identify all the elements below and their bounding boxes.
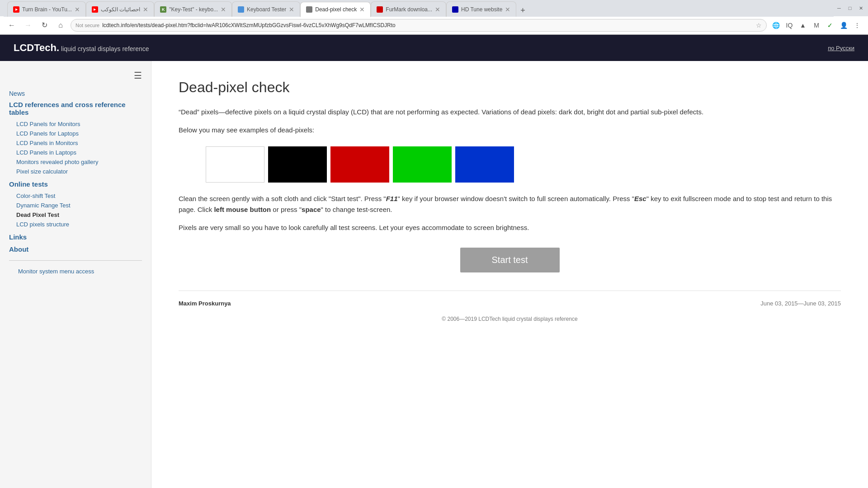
- key-space: space: [302, 206, 321, 213]
- browser-icons: 🌐 IQ ▲ M ✓ 👤 ⋮: [770, 20, 863, 31]
- extension-icon-1[interactable]: 🌐: [770, 20, 781, 31]
- sidebar-item-links[interactable]: Links: [9, 233, 142, 241]
- address-bar: ← → ↻ ⌂ Not secure lcdtech.info/en/tests…: [0, 16, 868, 34]
- tab-label: احصائيات الكوكب: [101, 6, 140, 13]
- color-samples: [206, 146, 841, 183]
- sidebar-section-online-tests[interactable]: Online tests: [9, 180, 142, 188]
- sidebar-item-dead-pixel[interactable]: Dead Pixel Test: [16, 211, 142, 218]
- sidebar-item-lcd-structure[interactable]: LCD pixels structure: [16, 221, 142, 228]
- secure-label: Not secure: [75, 23, 99, 28]
- page-body: ☰ News LCD references and cross referenc…: [0, 61, 868, 488]
- sidebar-bottom: Monitor system menu access: [9, 268, 142, 275]
- tab-label: Keyboard Tester: [247, 6, 286, 13]
- site-logo: LCDTech.liquid crystal displays referenc…: [14, 42, 149, 54]
- extension-icon-5[interactable]: ✓: [825, 20, 835, 31]
- tab-close-icon[interactable]: ✕: [75, 6, 80, 13]
- minimize-button[interactable]: ─: [835, 5, 843, 12]
- date-range: June 03, 2015—June 03, 2015: [760, 300, 841, 307]
- sidebar-item-monitor-menu[interactable]: Monitor system menu access: [18, 268, 133, 275]
- sidebar: ☰ News LCD references and cross referenc…: [0, 61, 151, 488]
- instructions-text: Clean the screen gently with a soft clot…: [179, 193, 841, 215]
- footer-divider: [179, 291, 841, 291]
- sidebar-sublist-tests: Color-shift Test Dynamic Range Test Dead…: [9, 192, 142, 228]
- sidebar-section-lcd-references[interactable]: LCD references and cross reference table…: [9, 101, 142, 116]
- settings-icon[interactable]: ⋮: [852, 20, 863, 31]
- forward-button[interactable]: →: [22, 19, 34, 32]
- sidebar-item-news[interactable]: News: [9, 90, 142, 97]
- tab-keytest[interactable]: K "Key-Test" - keybo... ✕: [154, 1, 232, 17]
- tab-close-icon[interactable]: ✕: [505, 6, 510, 13]
- tab-youtube2[interactable]: ▶ احصائيات الكوكب ✕: [86, 1, 154, 17]
- sidebar-item-color-shift[interactable]: Color-shift Test: [16, 192, 142, 199]
- sidebar-item-lcd-laptops[interactable]: LCD Panels for Laptops: [16, 130, 142, 137]
- sidebar-divider: [9, 260, 142, 261]
- language-link[interactable]: по Русски: [828, 45, 854, 52]
- color-sample-blue: [455, 146, 514, 183]
- extension-icon-3[interactable]: ▲: [797, 20, 808, 31]
- tab-close-icon[interactable]: ✕: [435, 6, 440, 13]
- extension-icon-2[interactable]: IQ: [784, 20, 795, 31]
- title-bar: ▶ Turn Brain - YouTu... ✕ ▶ احصائيات الك…: [0, 0, 868, 16]
- tab-label: "Key-Test" - keybo...: [169, 6, 218, 13]
- sidebar-item-about[interactable]: About: [9, 245, 142, 253]
- footer-info: Maxim Proskurnya June 03, 2015—June 03, …: [179, 300, 841, 307]
- color-sample-black: [268, 146, 327, 183]
- address-text: lcdtech.info/en/tests/dead-pixel.htm?fbc…: [102, 22, 753, 28]
- key-f11: F11: [386, 195, 398, 202]
- key-esc: Esc: [634, 195, 646, 202]
- sidebar-item-lcd-in-laptops[interactable]: LCD Panels in Laptops: [16, 149, 142, 156]
- sidebar-nav: News LCD references and cross reference …: [0, 90, 151, 275]
- reload-button[interactable]: ↻: [38, 19, 51, 32]
- sidebar-item-lcd-monitors[interactable]: LCD Panels for Monitors: [16, 121, 142, 127]
- link-left-mouse: left mouse button: [214, 206, 271, 213]
- extension-icon-6[interactable]: 👤: [838, 20, 849, 31]
- tab-close-icon[interactable]: ✕: [143, 6, 148, 13]
- color-sample-white: [206, 146, 264, 183]
- window-controls: ─ □ ✕: [835, 5, 864, 12]
- description-paragraph1: “Dead” pixels—defective pixels on a liqu…: [179, 107, 841, 117]
- tab-label: Turn Brain - YouTu...: [22, 6, 72, 13]
- description-paragraph2: Below you may see examples of dead-pixel…: [179, 125, 841, 136]
- tab-keyboard-tester[interactable]: Keyboard Tester ✕: [232, 1, 300, 17]
- tab-furmark[interactable]: FurMark downloa... ✕: [371, 1, 446, 17]
- address-field[interactable]: Not secure lcdtech.info/en/tests/dead-pi…: [71, 19, 767, 32]
- bookmark-icon[interactable]: ☆: [756, 22, 762, 29]
- tab-dead-pixel[interactable]: Dead-pixel check ✕: [300, 2, 371, 17]
- tab-hdtune[interactable]: HD Tune website ✕: [446, 1, 516, 17]
- tab-label-active: Dead-pixel check: [315, 6, 357, 13]
- close-button[interactable]: ✕: [857, 5, 864, 12]
- menu-icon[interactable]: ☰: [134, 70, 142, 81]
- sidebar-header: ☰: [0, 70, 151, 90]
- sidebar-sublist-lcd: LCD Panels for Monitors LCD Panels for L…: [9, 121, 142, 175]
- color-sample-red: [330, 146, 389, 183]
- tab-label: FurMark downloa...: [386, 6, 432, 13]
- logo-tagline-text: liquid crystal displays reference: [61, 45, 149, 52]
- back-button[interactable]: ←: [5, 19, 18, 32]
- tab-youtube1[interactable]: ▶ Turn Brain - YouTu... ✕: [7, 1, 86, 17]
- browser-chrome: ▶ Turn Brain - YouTu... ✕ ▶ احصائيات الك…: [0, 0, 868, 35]
- color-sample-green: [393, 146, 452, 183]
- tab-bar: ▶ Turn Brain - YouTu... ✕ ▶ احصائيات الك…: [4, 0, 834, 17]
- author-name: Maxim Proskurnya: [179, 300, 231, 307]
- sidebar-item-dynamic-range[interactable]: Dynamic Range Test: [16, 202, 142, 209]
- sidebar-item-pixel-calc[interactable]: Pixel size calculator: [16, 168, 142, 175]
- logo-brand-text: LCDTech: [14, 42, 57, 53]
- pixel-note: Pixels are very small so you have to loo…: [179, 222, 841, 233]
- sidebar-item-lcd-in-monitors[interactable]: LCD Panels in Monitors: [16, 140, 142, 146]
- tab-close-icon[interactable]: ✕: [359, 6, 365, 13]
- tab-close-icon[interactable]: ✕: [221, 6, 226, 13]
- tab-label: HD Tune website: [461, 6, 502, 13]
- home-button[interactable]: ⌂: [54, 19, 67, 32]
- maximize-button[interactable]: □: [846, 5, 854, 12]
- page-title: Dead-pixel check: [179, 79, 841, 96]
- site-header: LCDTech.liquid crystal displays referenc…: [0, 35, 868, 61]
- tab-close-icon[interactable]: ✕: [289, 6, 294, 13]
- copyright-text: © 2006—2019 LCDTech liquid crystal displ…: [179, 316, 841, 322]
- sidebar-item-photo-gallery[interactable]: Monitors revealed photo gallery: [16, 159, 142, 165]
- new-tab-button[interactable]: +: [516, 4, 529, 17]
- extension-icon-4[interactable]: M: [811, 20, 822, 31]
- main-content: Dead-pixel check “Dead” pixels—defective…: [151, 61, 868, 488]
- start-test-button[interactable]: Start test: [460, 248, 560, 272]
